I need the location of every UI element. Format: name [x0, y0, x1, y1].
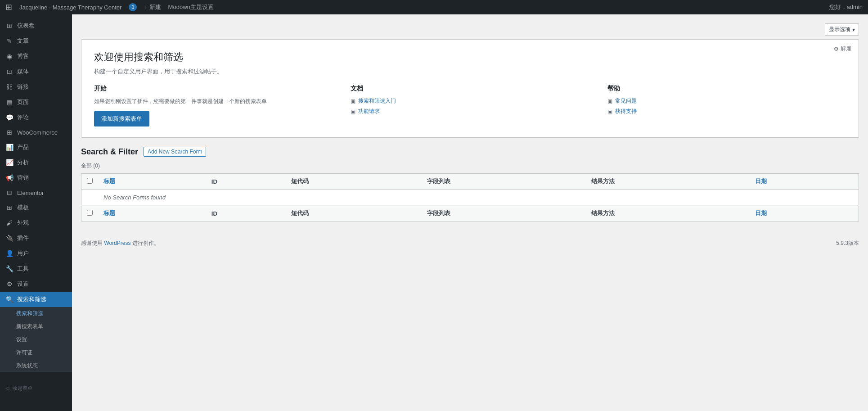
search-forms-table: 标题 ID 短代码 字段列表 结果方法 日期 No Search Forms f… — [81, 173, 859, 221]
panel-col-docs: 文档 ▣ 搜索和筛选入门 ▣ 功能请求 — [351, 85, 589, 126]
add-new-search-form-link[interactable]: Add New Search Form — [144, 147, 206, 157]
sidebar-label-media: 媒体 — [17, 68, 29, 76]
doc-link-intro[interactable]: ▣ 搜索和筛选入门 — [351, 97, 589, 105]
sidebar-item-marketing[interactable]: 📢 营销 — [0, 170, 72, 185]
submenu-license[interactable]: 许可证 — [0, 346, 72, 359]
id-col-header: ID — [206, 174, 286, 190]
sidebar-item-plugins[interactable]: 🔌 插件 — [0, 230, 72, 246]
sidebar-label-tools: 工具 — [17, 265, 29, 273]
dismiss-label: 解雇 — [841, 45, 851, 53]
tools-icon: 🔧 — [5, 265, 13, 272]
sidebar-item-users[interactable]: 👤 用户 — [0, 246, 72, 261]
settings-icon: ⚙ — [5, 280, 13, 288]
comments-bubble[interactable]: 0 — [129, 3, 137, 11]
sidebar-item-dashboard[interactable]: ⊞ 仪表盘 — [0, 18, 72, 33]
sidebar-item-templates[interactable]: ⊞ 模板 — [0, 200, 72, 215]
fields-col-header: 字段列表 — [422, 174, 585, 190]
sidebar-item-tools[interactable]: 🔧 工具 — [0, 261, 72, 276]
doc-link-feature[interactable]: ▣ 功能请求 — [351, 108, 589, 115]
select-all-footer-checkbox[interactable] — [87, 210, 93, 216]
footer-thanks-text: 感谢使用 — [81, 240, 103, 246]
sidebar-label-blog: 博客 — [17, 52, 29, 60]
sidebar-label-dashboard: 仪表盘 — [17, 22, 35, 30]
sidebar-item-search-filter[interactable]: 🔍 搜索和筛选 — [0, 292, 72, 307]
gear-icon: ⚙ — [834, 46, 839, 52]
sidebar-item-analytics[interactable]: 📈 分析 — [0, 155, 72, 170]
sidebar-label-products: 产品 — [17, 143, 29, 151]
wp-logo-icon[interactable]: ⊞ — [5, 2, 12, 12]
title-footer-col[interactable]: 标题 — [98, 206, 206, 221]
sidebar-label-settings: 设置 — [17, 280, 29, 288]
date-footer-sort-link[interactable]: 日期 — [755, 210, 767, 217]
help-link-faq[interactable]: ▣ 常见问题 — [607, 97, 846, 105]
result-method-footer-col: 结果方法 — [586, 206, 750, 221]
table-section-wrapper: Search & Filter Add New Search Form 全部 (… — [81, 147, 859, 221]
sidebar-item-blog[interactable]: ◉ 博客 — [0, 49, 72, 64]
start-text: 如果您刚刚设置了插件，您需要做的第一件事就是创建一个新的搜索表单 — [94, 97, 333, 106]
start-heading: 开始 — [94, 85, 333, 93]
users-icon: 👤 — [5, 250, 13, 257]
dashboard-icon: ⊞ — [5, 22, 13, 29]
title-col-header[interactable]: 标题 — [98, 174, 206, 190]
sidebar-label-pages: 页面 — [17, 98, 29, 106]
footer-thanks-suffix: 进行创作。 — [132, 240, 159, 246]
shortcode-col-header: 短代码 — [286, 174, 422, 190]
date-sort-link[interactable]: 日期 — [755, 178, 767, 185]
sidebar-item-comments[interactable]: 💬 评论 — [0, 110, 72, 125]
site-name[interactable]: Jacqueline - Massage Theraphy Center — [19, 4, 121, 11]
screen-options-button[interactable]: 显示选项 ▾ — [825, 23, 859, 36]
footer-wp-link[interactable]: WordPress — [104, 240, 130, 246]
welcome-panel: ⚙ 解雇 欢迎使用搜索和筛选 构建一个自定义用户界面，用于搜索和过滤帖子。 开始… — [81, 39, 859, 138]
submenu-search-filter[interactable]: 搜索和筛选 — [0, 307, 72, 320]
comment-count-badge: 0 — [129, 3, 137, 11]
date-col-header[interactable]: 日期 — [750, 174, 859, 190]
welcome-panel-subtitle: 构建一个自定义用户界面，用于搜索和过滤帖子。 — [94, 68, 846, 76]
table-heading: Search & Filter — [81, 147, 138, 157]
help-icon-1: ▣ — [607, 98, 612, 104]
result-method-col-header: 结果方法 — [586, 174, 750, 190]
help-icon-2: ▣ — [607, 108, 612, 115]
sidebar-item-posts[interactable]: ✎ 文章 — [0, 33, 72, 49]
new-content-link[interactable]: + 新建 — [144, 3, 161, 11]
title-footer-sort-link[interactable]: 标题 — [103, 210, 115, 217]
submenu-settings[interactable]: 设置 — [0, 333, 72, 346]
submenu-new-search-form[interactable]: 新搜索表单 — [0, 320, 72, 333]
document-icon-2: ▣ — [351, 108, 355, 115]
shortcode-footer-col: 短代码 — [286, 206, 422, 221]
dismiss-button[interactable]: ⚙ 解雇 — [834, 45, 851, 53]
date-footer-col[interactable]: 日期 — [750, 206, 859, 221]
help-link-faq-label: 常见问题 — [615, 97, 637, 105]
sidebar-label-appearance: 外观 — [17, 219, 29, 227]
sidebar-item-appearance[interactable]: 🖌 外观 — [0, 215, 72, 230]
sidebar-label-search-filter: 搜索和筛选 — [17, 295, 46, 303]
help-link-support[interactable]: ▣ 获得支持 — [607, 108, 846, 115]
sidebar-item-products[interactable]: 📊 产品 — [0, 140, 72, 155]
theme-settings-link[interactable]: Modown主题设置 — [168, 3, 214, 11]
welcome-panel-title: 欢迎使用搜索和筛选 — [94, 50, 846, 64]
screen-options-bar: 显示选项 ▾ — [81, 23, 859, 36]
id-footer-col: ID — [206, 206, 286, 221]
filter-bar: 全部 (0) — [81, 162, 859, 170]
sidebar-item-settings[interactable]: ⚙ 设置 — [0, 276, 72, 292]
admin-bar: ⊞ Jacqueline - Massage Theraphy Center 0… — [0, 0, 868, 14]
help-link-support-label: 获得支持 — [615, 108, 637, 115]
table-header: Search & Filter Add New Search Form — [81, 147, 859, 157]
products-icon: 📊 — [5, 144, 13, 151]
add-new-search-form-button[interactable]: 添加新搜索表单 — [94, 111, 149, 126]
filter-all-link[interactable]: 全部 (0) — [81, 163, 100, 169]
title-sort-link[interactable]: 标题 — [103, 178, 115, 185]
templates-icon: ⊞ — [5, 204, 13, 211]
collapse-menu[interactable]: ◁ 收起菜单 — [0, 381, 72, 395]
sidebar-item-links[interactable]: ⛓ 链接 — [0, 79, 72, 95]
sidebar-label-analytics: 分析 — [17, 158, 29, 167]
empty-check-cell — [81, 190, 99, 206]
sidebar-item-woocommerce[interactable]: ⊞ WooCommerce — [0, 125, 72, 140]
empty-message-cell: No Search Forms found — [98, 190, 859, 206]
sidebar-label-users: 用户 — [17, 249, 29, 257]
submenu-system-status[interactable]: 系统状态 — [0, 359, 72, 372]
sidebar-item-elementor[interactable]: ⊟ Elementor — [0, 185, 72, 200]
woocommerce-icon: ⊞ — [5, 129, 13, 136]
select-all-checkbox[interactable] — [87, 178, 93, 184]
sidebar-item-media[interactable]: ⊡ 媒体 — [0, 64, 72, 79]
sidebar-item-pages[interactable]: ▤ 页面 — [0, 95, 72, 110]
